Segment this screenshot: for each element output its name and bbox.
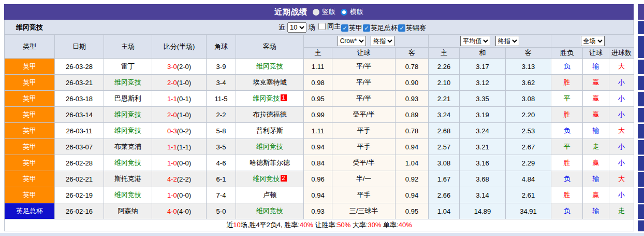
layout-radio-vertical[interactable]: 竖版 bbox=[313, 7, 335, 17]
cell-euro-away-odds: 34.91 bbox=[506, 203, 551, 219]
asian-odds-stage-select[interactable]: 终指 bbox=[371, 36, 394, 46]
cell-goals-result: 小 bbox=[609, 75, 634, 91]
radio-checked-icon[interactable] bbox=[341, 9, 347, 16]
cell-asian-handicap: 平/半 bbox=[332, 91, 396, 107]
euro-source-select[interactable]: 平均值 bbox=[460, 36, 490, 46]
cell-asian-handicap: 平手 bbox=[332, 187, 396, 203]
cell-score: 4-2(2-2) bbox=[152, 171, 207, 187]
cell-asian-away-odds: 0.95 bbox=[396, 203, 429, 219]
filter-checkbox-同主[interactable]: 同主 bbox=[315, 22, 341, 31]
cell-competition: 英甲 bbox=[5, 139, 55, 155]
checked-checkbox-icon[interactable]: ✓ bbox=[363, 24, 370, 32]
strip-block bbox=[638, 108, 644, 122]
cell-competition: 英甲 bbox=[5, 91, 55, 107]
cell-corners: 3-5 bbox=[207, 139, 236, 155]
euro-odds-stage-select[interactable]: 终指 bbox=[495, 36, 519, 46]
result-row: 英甲26-02-28维冈竞技1-0(0-0)4-6哈德斯菲尔德0.84受平/半1… bbox=[5, 155, 634, 171]
unchecked-checkbox-icon[interactable] bbox=[318, 23, 326, 30]
cell-euro-draw-odds: 3.68 bbox=[460, 171, 506, 187]
strip-block bbox=[638, 60, 644, 74]
period-select[interactable]: 全场 bbox=[581, 36, 605, 46]
strip-block bbox=[638, 220, 644, 231]
radio-unchecked-icon[interactable] bbox=[313, 9, 319, 16]
col-header-handicap-result: 让球 bbox=[583, 48, 609, 59]
col-header-asian-away: 客 bbox=[396, 48, 429, 59]
cell-goals-result: 大 bbox=[609, 171, 634, 187]
cell-goals-result: 大 bbox=[609, 123, 634, 139]
cell-home-team: 维冈竞技 bbox=[104, 187, 152, 203]
results-body: 英甲26-03-28雷丁3-0(2-0)3-9维冈竞技1.11平/半0.782.… bbox=[5, 59, 634, 219]
cell-home-team: 布莱克浦 bbox=[104, 139, 152, 155]
filters: 近 10 场 同主✓英甲✓英足总杯✓英锦赛 bbox=[279, 22, 426, 33]
cell-euro-home-odds: 2.26 bbox=[429, 59, 460, 75]
cell-win-draw-loss: 胜 bbox=[551, 75, 583, 91]
filter-checkbox-英足总杯[interactable]: ✓英足总杯 bbox=[362, 23, 398, 33]
col-header-home: 主场 bbox=[104, 35, 152, 59]
cell-asian-home-odds: 0.95 bbox=[304, 91, 332, 107]
near-label: 近 bbox=[279, 23, 285, 32]
cell-away-team: 哈德斯菲尔德 bbox=[236, 155, 304, 171]
cell-date: 26-02-21 bbox=[55, 171, 104, 187]
cell-handicap-result: 赢 bbox=[583, 91, 609, 107]
asian-odds-group-header: Crow* 终指 bbox=[304, 35, 429, 48]
cell-corners: 7-4 bbox=[207, 187, 236, 203]
cell-date: 26-03-21 bbox=[55, 75, 104, 91]
cell-date: 26-03-14 bbox=[55, 107, 104, 123]
near-count-select[interactable]: 10 bbox=[287, 22, 306, 33]
col-header-result: 胜负 bbox=[551, 48, 583, 59]
strip-block bbox=[638, 124, 644, 138]
cell-euro-draw-odds: 3.17 bbox=[460, 59, 506, 75]
cell-asian-home-odds: 0.84 bbox=[304, 155, 332, 171]
cell-euro-away-odds: 2.20 bbox=[506, 107, 551, 123]
cell-euro-home-odds: 2.68 bbox=[429, 123, 460, 139]
strip-block bbox=[638, 172, 644, 187]
cell-corners: 3-4 bbox=[207, 75, 236, 91]
cell-euro-away-odds: 3.62 bbox=[506, 75, 551, 91]
cell-handicap-result: 赢 bbox=[583, 75, 609, 91]
cell-competition: 英甲 bbox=[5, 123, 55, 139]
cell-home-team: 维冈竞技 bbox=[104, 155, 152, 171]
cell-corners: 3-9 bbox=[207, 59, 236, 75]
cell-asian-away-odds: 0.90 bbox=[396, 75, 429, 91]
cell-asian-home-odds: 0.93 bbox=[304, 203, 332, 219]
filter-checkbox-英锦赛[interactable]: ✓英锦赛 bbox=[398, 23, 426, 33]
result-row: 英甲26-03-07布莱克浦1-1(1-1)3-5维冈竞技0.94平手0.942… bbox=[5, 139, 634, 155]
cell-competition: 英甲 bbox=[5, 171, 55, 187]
layout-radio-horizontal-label: 横版 bbox=[350, 7, 363, 17]
cell-goals-result: 小 bbox=[609, 91, 634, 107]
cell-competition: 英甲 bbox=[5, 75, 55, 91]
col-header-type: 类型 bbox=[5, 35, 55, 59]
checked-checkbox-icon[interactable]: ✓ bbox=[341, 24, 348, 32]
cell-competition: 英足总杯 bbox=[5, 203, 55, 219]
cell-competition: 英甲 bbox=[5, 187, 55, 203]
cell-euro-home-odds: 3.08 bbox=[429, 155, 460, 171]
cell-home-team: 斯托克港 bbox=[104, 171, 152, 187]
adjacent-panel-strip bbox=[638, 4, 644, 233]
cell-euro-home-odds: 2.10 bbox=[429, 75, 460, 91]
recent-results-panel: 近期战绩 竖版 横版 维冈竞技 近 10 场 同主✓英甲✓英足总杯✓英锦赛 bbox=[4, 4, 634, 231]
cell-goals-result: 大 bbox=[609, 59, 634, 75]
result-row: 英甲26-02-19维冈竞技1-0(0-0)7-4卢顿0.94平手0.942.6… bbox=[5, 187, 634, 203]
col-header-euro-home: 主 bbox=[429, 48, 460, 59]
layout-radio-horizontal[interactable]: 横版 bbox=[341, 7, 363, 17]
cell-handicap-result: 输 bbox=[583, 59, 609, 75]
cell-score: 1-0(0-0) bbox=[152, 155, 207, 171]
strip-block bbox=[638, 4, 644, 20]
panel-title-bar: 近期战绩 竖版 横版 bbox=[4, 4, 634, 20]
cell-asian-handicap: 平/半 bbox=[332, 75, 396, 91]
cell-win-draw-loss: 负 bbox=[551, 203, 583, 219]
cell-euro-draw-odds: 3.19 bbox=[460, 107, 506, 123]
cell-euro-away-odds: 3.13 bbox=[506, 59, 551, 75]
result-group-header: 全场 bbox=[551, 35, 634, 48]
checked-checkbox-icon[interactable]: ✓ bbox=[398, 24, 405, 32]
col-header-goals-result: 进球数 bbox=[609, 48, 634, 59]
cell-away-team: 维冈竞技 bbox=[236, 139, 304, 155]
filter-checkbox-英甲[interactable]: ✓英甲 bbox=[341, 23, 362, 33]
euro-odds-group-header: 平均值 终指 bbox=[429, 35, 551, 48]
cell-away-team: 维冈竞技1 bbox=[236, 91, 304, 107]
cell-euro-draw-odds: 3.14 bbox=[460, 187, 506, 203]
cell-asian-away-odds: 0.94 bbox=[396, 139, 429, 155]
cell-euro-home-odds: 3.24 bbox=[429, 107, 460, 123]
bookmaker-select[interactable]: Crow* bbox=[338, 36, 366, 46]
cell-away-team: 维冈竞技 bbox=[236, 203, 304, 219]
